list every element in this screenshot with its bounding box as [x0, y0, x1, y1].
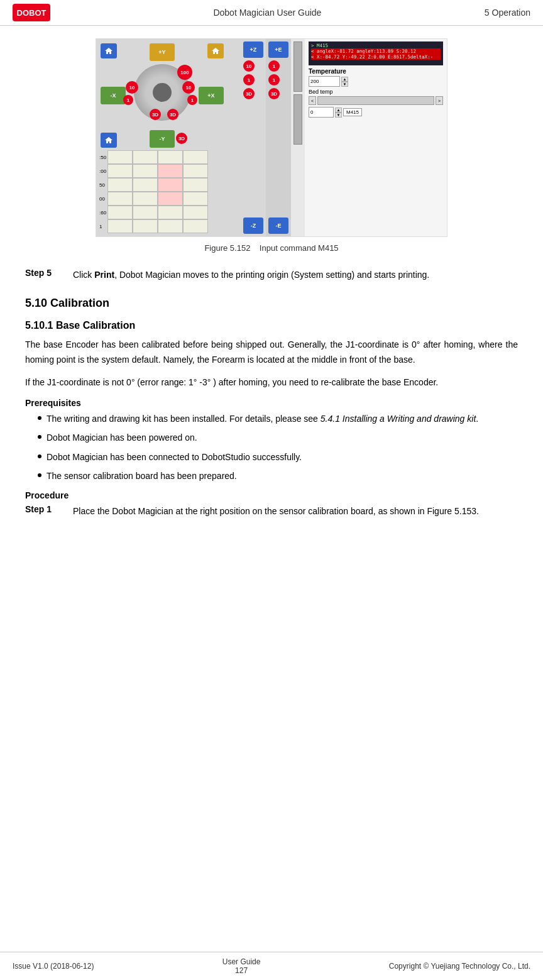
page-header: DOBOT Dobot Magician User Guide 5 Operat… — [0, 0, 543, 26]
badge-3d-b: 3D — [167, 109, 178, 120]
grid-cell — [183, 192, 208, 206]
prerequisite-text-3: Dobot Magician has been connected to Dob… — [47, 450, 302, 464]
step-5-content: Click Print, Dobot Magician moves to the… — [73, 268, 518, 282]
grid-cell — [133, 219, 158, 233]
grid-cell — [183, 164, 208, 178]
home-tl-btn[interactable] — [101, 43, 117, 58]
prerequisite-text-4: The sensor calibration board has been pr… — [47, 469, 237, 483]
grid-cell — [158, 219, 183, 233]
e-neg-btn[interactable]: -E — [268, 217, 288, 234]
temp-section-title: Temperature — [309, 68, 443, 75]
prerequisites-label: Prerequisites — [25, 398, 518, 408]
bullet-dot — [38, 454, 41, 458]
temp-spin-down[interactable]: ▼ — [341, 82, 348, 87]
terminal-line-angle: < angleX:-81.72 angleY:113.89 S:20.12 — [311, 48, 441, 54]
e-pos-btn[interactable]: +E — [268, 41, 288, 58]
prerequisite-item-1: The writing and drawing kit has been ins… — [38, 412, 518, 426]
prerequisites-list: The writing and drawing kit has been ins… — [38, 412, 518, 483]
temp-input[interactable] — [309, 76, 340, 87]
dobot-logo: DOBOT — [13, 4, 50, 21]
footer-right: Copyright © Yuejiang Technology Co., Ltd… — [389, 962, 530, 971]
badge-10b: 10 — [126, 81, 138, 94]
badge-3d-a: 3D — [150, 109, 161, 120]
y-pos-btn[interactable]: +Y — [150, 43, 175, 61]
terminal-line-coords: < X:-84.72 Y:-49.22 Z:0.00 E:8617.5delta… — [311, 54, 441, 60]
grid-cell — [107, 192, 133, 206]
bed-spinbox: ▲ ▼ — [335, 107, 342, 118]
section-510-header: 5.10 Calibration — [25, 297, 518, 310]
grid-cell — [183, 150, 208, 164]
e-badge-10: 1 — [268, 60, 280, 72]
ze-badge-1: 1 — [243, 74, 255, 85]
grid-cell — [107, 206, 133, 219]
footer-center: User Guide 127 — [222, 957, 261, 975]
figure-152: +Y -X +X — [25, 38, 518, 253]
home-tr-btn[interactable] — [207, 43, 224, 58]
grid-cell — [133, 164, 158, 178]
scale-labels: :50 :00 50 00 :60 1 — [99, 150, 106, 233]
bed-nav-right[interactable]: > — [436, 96, 443, 105]
footer-left: Issue V1.0 (2018-06-12) — [13, 962, 94, 971]
x-pos-btn[interactable]: +X — [199, 87, 224, 104]
m415-tag: M415 — [343, 108, 362, 116]
body-text-2: If the J1-coordinate is not 0° (error ra… — [25, 375, 518, 390]
bed-spin-up[interactable]: ▲ — [335, 107, 342, 113]
z-neg-btn[interactable]: -Z — [243, 217, 263, 234]
step-1-label: Step 1 — [25, 504, 63, 518]
bed-temp-label: Bed temp — [309, 89, 443, 95]
e-badge-1: 1 — [268, 74, 280, 85]
bed-spin-down[interactable]: ▼ — [335, 113, 342, 118]
grid-cell — [158, 150, 183, 164]
grid-cell-pink — [158, 192, 183, 206]
grid-cell — [133, 206, 158, 219]
header-chapter: 5 Operation — [485, 8, 530, 18]
e-badge-3d: 3D — [268, 88, 280, 99]
badge-1b: 1 — [123, 95, 133, 105]
grid-cell — [107, 219, 133, 233]
grid-cell — [107, 178, 133, 192]
bed-nav-left[interactable]: < — [309, 96, 316, 105]
grid-cell — [133, 150, 158, 164]
page-footer: Issue V1.0 (2018-06-12) User Guide 127 C… — [0, 952, 543, 980]
bullet-dot — [38, 416, 41, 420]
bed-slider[interactable] — [317, 96, 434, 105]
figure-image: +Y -X +X — [96, 38, 447, 237]
x-neg-btn[interactable]: -X — [101, 87, 126, 104]
ze-badge-3d: 3D — [243, 88, 255, 99]
prerequisite-item-4: The sensor calibration board has been pr… — [38, 469, 518, 483]
header-title: Dobot Magician User Guide — [213, 8, 321, 18]
temp-input-row: ▲ ▼ — [309, 76, 443, 87]
e-controls: +E 1 1 3D -E — [266, 39, 291, 236]
prerequisite-text-2: Dobot Magician has been powered on. — [47, 431, 197, 444]
grid-cell — [183, 206, 208, 219]
grid-cell-pink — [158, 164, 183, 178]
ze-badge-10: 10 — [243, 60, 255, 72]
badge-100: 100 — [177, 65, 192, 80]
y-neg-btn[interactable]: -Y — [150, 130, 175, 148]
z-pos-btn[interactable]: +Z — [243, 41, 263, 58]
badge-1a: 1 — [187, 95, 197, 105]
section-5101-header: 5.10.1 Base Calibration — [25, 320, 518, 331]
step-1-block: Step 1 Place the Dobot Magician at the r… — [25, 504, 518, 518]
grid-cell — [183, 178, 208, 192]
grid-cell — [133, 192, 158, 206]
prerequisite-item-2: Dobot Magician has been powered on. — [38, 431, 518, 444]
badge-3d-c: 3D — [176, 133, 187, 144]
grid-cell — [107, 164, 133, 178]
terminal-line-m415: > M415 — [311, 43, 441, 48]
temperature-panel: > M415 < angleX:-81.72 angleY:113.89 S:2… — [305, 39, 447, 236]
home-bl-btn[interactable] — [101, 133, 117, 148]
prerequisite-text-1: The writing and drawing kit has been ins… — [47, 412, 478, 426]
ze-controls: +Z 10 1 3D -Z — [241, 39, 266, 236]
grid-cell — [158, 206, 183, 219]
bullet-dot — [38, 435, 41, 439]
page-content: +Y -X +X — [0, 26, 543, 544]
step-1-content: Place the Dobot Magician at the right po… — [73, 504, 518, 518]
logo-area: DOBOT — [13, 4, 50, 21]
grid-cell — [107, 150, 133, 164]
temp-spin-up[interactable]: ▲ — [341, 77, 348, 82]
procedure-label: Procedure — [25, 490, 518, 500]
bed-temp-input[interactable] — [309, 107, 334, 118]
step-5-label: Step 5 — [25, 268, 63, 282]
left-control-panel: +Y -X +X — [96, 39, 241, 236]
